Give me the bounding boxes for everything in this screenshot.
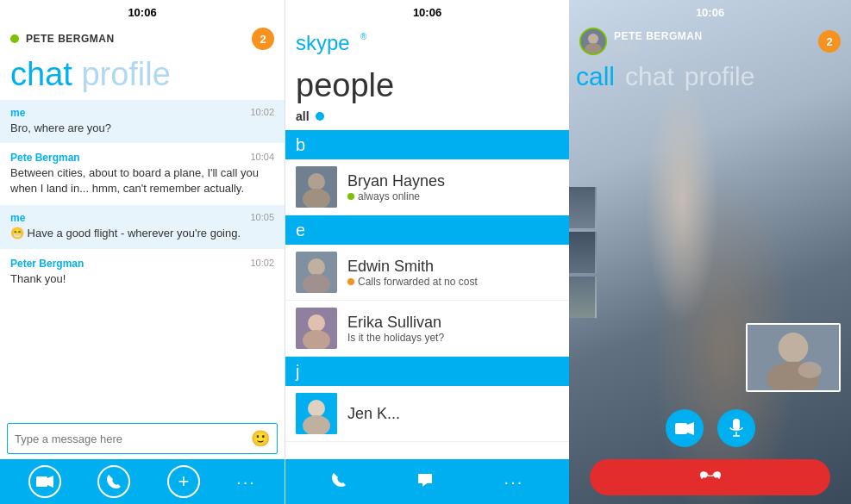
tab-call[interactable]: call: [576, 62, 615, 91]
avatar-jen: [296, 393, 337, 434]
side-thumbnails: [569, 187, 597, 318]
time-2: 10:06: [413, 6, 441, 19]
more-dots-2[interactable]: ···: [504, 472, 524, 492]
bubble-text-4: Thank you!: [10, 271, 274, 287]
chat-panel: 10:06 PETE BERGMAN 2 chat profile me 10:…: [0, 0, 285, 504]
alpha-b: b: [285, 130, 569, 159]
svg-point-5: [308, 173, 325, 190]
video-call-icon[interactable]: [28, 465, 61, 498]
message-input-bar[interactable]: 🙂: [7, 423, 278, 454]
alpha-e: e: [285, 215, 569, 245]
title-accent-1: chat: [10, 56, 72, 92]
svg-text:skype: skype: [296, 31, 350, 54]
bubble-text-2: Between cities, about to board a plane, …: [10, 165, 274, 196]
status-bar-2: 10:06: [285, 0, 569, 24]
call-status-bar: 10:06: [569, 0, 851, 24]
call-time: 10:06: [696, 6, 724, 19]
status-dot-edwin: [347, 278, 354, 285]
call-tabs: call chat profile: [569, 59, 851, 96]
call-action-bar: [569, 402, 851, 454]
mic-action-btn[interactable]: [717, 409, 755, 447]
side-thumb-2: [569, 232, 597, 273]
call-contact-info: PETE BERGMAN 02:51: [614, 30, 818, 53]
status-dot-bryan: [347, 193, 354, 200]
person-jen[interactable]: Jen K...: [285, 386, 569, 442]
person-info-edwin: Edwin Smith Calls forwarded at no cost: [347, 258, 559, 288]
bubble-text-3: 😁 Have a good flight - wherever you're g…: [10, 226, 274, 241]
emoji-icon[interactable]: 🙂: [251, 429, 270, 448]
svg-point-20: [779, 333, 809, 363]
call-duration: 02:51: [614, 42, 818, 53]
contact-name-1: PETE BERGMAN: [26, 33, 252, 45]
svg-rect-23: [675, 423, 687, 434]
person-name-bryan: Bryan Haynes: [347, 172, 559, 190]
bottom-nav-2: ···: [285, 459, 569, 504]
call-overlay: 10:06 PETE BERGMAN 02:51 2 call chat pro…: [569, 0, 851, 504]
add-icon[interactable]: +: [167, 465, 200, 498]
bubble-sender-2: Pete Bergman: [10, 152, 80, 164]
people-panel: 10:06 skype ® people all b Bryan Hayn: [285, 0, 569, 504]
svg-text:®: ®: [360, 32, 367, 41]
call-contact-bar: PETE BERGMAN 02:51 2: [569, 24, 851, 59]
all-filter-label: all: [296, 109, 310, 123]
skype-logo-bar: skype ®: [285, 24, 569, 65]
svg-point-14: [308, 400, 325, 417]
bubble-header-3: me 10:05: [10, 212, 274, 224]
bubble-header-1: me 10:02: [10, 107, 274, 119]
time-1: 10:06: [128, 6, 156, 19]
page-title-1: chat profile: [10, 57, 274, 93]
svg-point-22: [798, 362, 822, 378]
more-dots-1[interactable]: ···: [236, 472, 256, 492]
call-body: [569, 96, 851, 402]
bubble-time-1: 10:02: [250, 107, 274, 119]
tab-profile[interactable]: profile: [685, 62, 755, 91]
all-filter[interactable]: all: [285, 109, 569, 130]
person-edwin[interactable]: Edwin Smith Calls forwarded at no cost: [285, 245, 569, 301]
pip-person-video: [748, 325, 839, 390]
title-light-1: profile: [81, 56, 171, 92]
phone-icon-2[interactable]: [331, 472, 347, 491]
svg-rect-0: [36, 476, 47, 487]
call-contact-name: PETE BERGMAN: [614, 30, 818, 42]
chat-bubble-me-2: me 10:05 😁 Have a good flight - wherever…: [0, 205, 285, 248]
svg-point-8: [308, 258, 325, 276]
call-panel: 10:06 PETE BERGMAN 02:51 2 call chat pro…: [569, 0, 851, 504]
chat-messages: me 10:02 Bro, where are you? Pete Bergma…: [0, 100, 285, 423]
svg-point-17: [588, 34, 598, 44]
alpha-j: j: [285, 357, 569, 386]
person-erika[interactable]: Erika Sullivan Is it the holidays yet?: [285, 301, 569, 357]
filter-dot: [316, 112, 324, 121]
person-status-erika: Is it the holidays yet?: [347, 332, 559, 344]
bubble-header-2: Pete Bergman 10:04: [10, 152, 274, 164]
contact-bar-1: PETE BERGMAN 2: [0, 24, 285, 53]
side-thumb-3: [569, 277, 597, 318]
person-info-bryan: Bryan Haynes always online: [347, 172, 559, 202]
call-avatar: [579, 28, 607, 55]
person-bryan[interactable]: Bryan Haynes always online: [285, 159, 569, 215]
people-title: people: [285, 65, 569, 109]
chat-bubble-peter: Peter Bergman 10:02 Thank you!: [0, 251, 285, 294]
phone-icon[interactable]: [97, 465, 130, 498]
person-info-jen: Jen K...: [347, 405, 559, 423]
call-badge: 2: [818, 30, 841, 53]
bottom-nav-1: + ···: [0, 459, 285, 504]
bubble-time-4: 10:02: [250, 258, 274, 270]
person-name-jen: Jen K...: [347, 405, 559, 423]
end-call-button[interactable]: [590, 459, 830, 495]
bubble-time-3: 10:05: [250, 212, 274, 224]
chat-icon-2[interactable]: [416, 472, 434, 491]
badge-1: 2: [252, 28, 274, 50]
chat-bubble-pete: Pete Bergman 10:04 Between cities, about…: [0, 145, 285, 203]
video-action-btn[interactable]: [666, 409, 704, 447]
people-list: b Bryan Haynes always online e: [285, 130, 569, 459]
person-name-erika: Erika Sullivan: [347, 314, 559, 332]
svg-marker-1: [47, 476, 53, 488]
online-dot: [10, 34, 19, 43]
person-status-edwin: Calls forwarded at no cost: [347, 276, 559, 288]
message-input[interactable]: [15, 432, 251, 445]
tab-chat[interactable]: chat: [625, 62, 674, 91]
svg-marker-24: [687, 422, 694, 435]
bubble-sender-3: me: [10, 212, 25, 224]
person-info-erika: Erika Sullivan Is it the holidays yet?: [347, 314, 559, 344]
avatar-erika: [296, 308, 337, 349]
